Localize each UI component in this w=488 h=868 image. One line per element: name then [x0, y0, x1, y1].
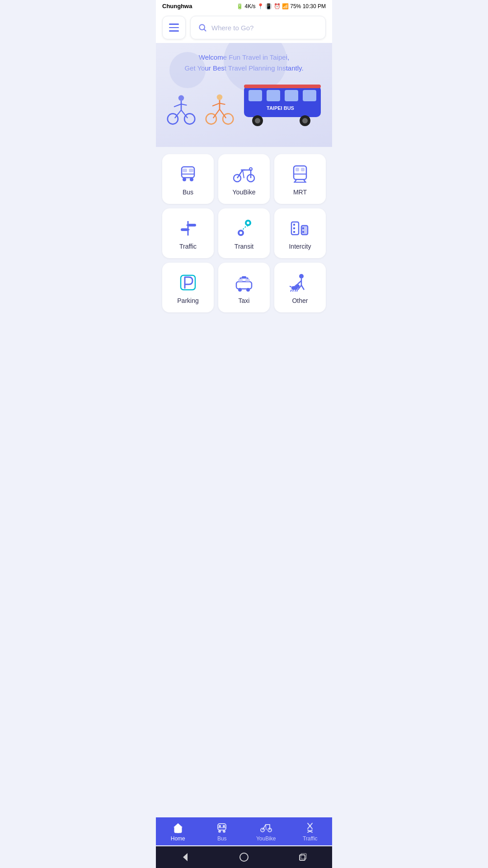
transit-label: Transit [235, 243, 253, 250]
cyclist-2-icon [203, 90, 236, 126]
menu-line-1 [169, 24, 179, 25]
taipei-bus-icon: TAIPEI BUS [242, 81, 323, 126]
svg-point-76 [296, 284, 300, 288]
svg-point-25 [255, 118, 260, 123]
traffic-label: Traffic [179, 243, 197, 250]
youbike-card[interactable]: YouBike [218, 154, 270, 204]
svg-rect-23 [244, 85, 321, 88]
parking-label: Parking [177, 297, 198, 304]
grid-row-2: Traffic Transit [162, 208, 326, 258]
svg-point-68 [246, 288, 250, 292]
mrt-label: MRT [293, 189, 307, 196]
svg-rect-59 [293, 231, 295, 233]
svg-rect-64 [236, 282, 252, 289]
svg-line-77 [291, 290, 291, 292]
svg-line-16 [212, 103, 220, 106]
hero-illustration: TAIPEI BUS [165, 81, 323, 126]
status-bar: Chunghwa 🔋 4K/s 📍 📳 ⏰ 📶 75% 10:30 PM [156, 0, 332, 12]
svg-line-78 [293, 290, 293, 292]
svg-rect-30 [183, 169, 187, 172]
taxi-label: Taxi [239, 297, 250, 304]
svg-point-33 [183, 178, 186, 181]
grid-row-1: Bus YouBike [162, 154, 326, 204]
svg-rect-31 [189, 169, 193, 172]
svg-rect-62 [302, 231, 304, 233]
svg-line-1 [204, 29, 206, 31]
menu-line-2 [169, 27, 179, 28]
svg-marker-51 [188, 228, 190, 231]
other-label: Other [292, 297, 308, 304]
svg-point-34 [190, 178, 193, 181]
svg-rect-50 [181, 228, 188, 231]
svg-text:TAIPEI BUS: TAIPEI BUS [267, 105, 294, 111]
traffic-card-icon [176, 218, 200, 238]
svg-line-73 [301, 285, 304, 290]
svg-rect-20 [267, 90, 280, 101]
other-card-icon [288, 273, 312, 292]
svg-point-67 [238, 288, 242, 292]
svg-marker-49 [186, 224, 188, 226]
parking-card-icon [176, 273, 200, 292]
taxi-card-icon [232, 273, 256, 292]
cyclist-1-icon [165, 90, 197, 126]
svg-point-55 [239, 231, 242, 234]
traffic-card[interactable]: Traffic [162, 208, 214, 258]
svg-rect-66 [245, 279, 250, 282]
bus-label: Bus [183, 189, 193, 196]
hero-banner: Welcome Fun Travel in Taipei, Get Your B… [156, 43, 332, 147]
svg-rect-41 [296, 168, 299, 171]
svg-rect-57 [293, 224, 295, 226]
svg-line-79 [295, 290, 296, 292]
grid-row-3: Parking Taxi [162, 263, 326, 312]
svg-rect-61 [302, 227, 304, 229]
svg-line-9 [181, 104, 187, 105]
mrt-card[interactable]: MRT [274, 154, 326, 204]
svg-rect-69 [242, 276, 246, 278]
menu-line-3 [169, 30, 179, 32]
svg-line-81 [290, 286, 291, 287]
top-bar: Where to Go? [156, 12, 332, 43]
svg-rect-48 [188, 224, 196, 226]
svg-rect-21 [285, 90, 298, 101]
carrier-text: Chunghwa [162, 3, 192, 9]
svg-rect-60 [301, 226, 308, 235]
svg-line-8 [174, 104, 181, 107]
intercity-label: Intercity [289, 243, 311, 250]
svg-rect-19 [249, 90, 262, 101]
svg-rect-58 [293, 227, 295, 229]
parking-card[interactable]: Parking [162, 263, 214, 312]
svg-point-27 [302, 118, 308, 123]
svg-rect-22 [303, 90, 316, 101]
transit-card-icon [232, 218, 256, 238]
taxi-card[interactable]: Taxi [218, 263, 270, 312]
svg-point-70 [299, 274, 304, 278]
search-bar[interactable]: Where to Go? [190, 16, 326, 39]
transit-card[interactable]: Transit [218, 208, 270, 258]
intercity-card[interactable]: Intercity [274, 208, 326, 258]
youbike-card-icon [232, 164, 256, 184]
bus-card-icon [176, 164, 200, 184]
bus-card[interactable]: Bus [162, 154, 214, 204]
search-icon [198, 23, 207, 32]
svg-point-54 [247, 222, 249, 224]
svg-point-39 [249, 168, 252, 170]
search-placeholder: Where to Go? [211, 24, 253, 32]
svg-line-17 [220, 103, 225, 104]
svg-rect-42 [301, 168, 305, 171]
svg-line-80 [297, 290, 297, 292]
grid-section: Bus YouBike [156, 147, 332, 324]
svg-rect-65 [238, 279, 243, 282]
svg-rect-40 [294, 166, 306, 179]
status-icons: 🔋 4K/s 📍 📳 ⏰ 📶 75% 10:30 PM [236, 3, 326, 9]
svg-point-4 [178, 95, 184, 101]
svg-point-12 [217, 94, 222, 100]
other-card[interactable]: Other [274, 263, 326, 312]
intercity-card-icon [288, 218, 312, 238]
menu-button[interactable] [162, 16, 186, 39]
youbike-label: YouBike [233, 189, 256, 196]
mrt-card-icon [288, 164, 312, 184]
